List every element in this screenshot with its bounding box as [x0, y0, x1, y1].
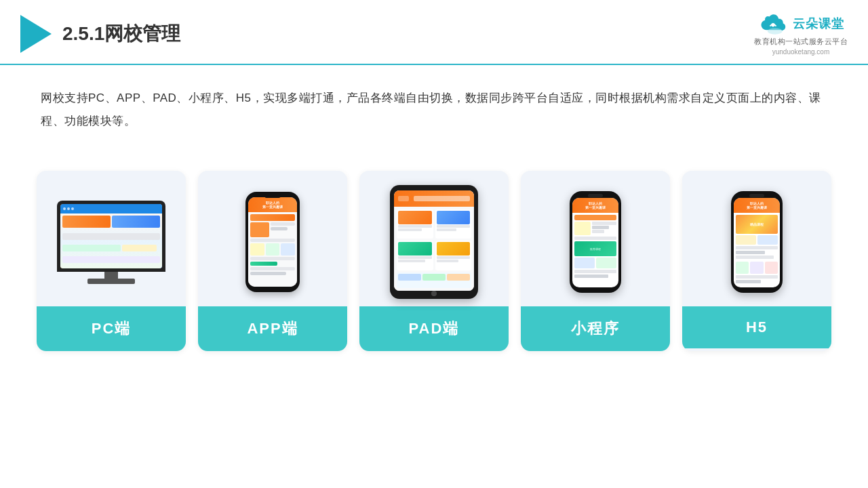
phone-mockup: 职达人的第一堂兴趣课 — [245, 192, 300, 292]
card-pc-image — [37, 171, 186, 306]
card-miniprogram-image: 职达人的第一堂兴趣课 — [521, 171, 670, 306]
phone-notch — [264, 194, 281, 198]
mini-phone-outer2: 职达人的第一堂兴趣课 精品课程 — [731, 191, 783, 293]
page-title: 2.5.1网校管理 — [62, 21, 180, 47]
mini-phone-screen1: 职达人的第一堂兴趣课 — [572, 198, 618, 287]
mini-phone-screen2: 职达人的第一堂兴趣课 精品课程 — [734, 198, 780, 287]
pc-mockup — [57, 201, 165, 284]
description-text: 网校支持PC、APP、PAD、小程序、H5，实现多端打通，产品各终端自由切换，数… — [0, 65, 868, 144]
card-pc-label: PC端 — [37, 306, 186, 351]
logo-url: yunduoketang.com — [772, 48, 830, 56]
header-left: 2.5.1网校管理 — [20, 15, 180, 53]
card-pad-label: PAD端 — [359, 306, 509, 351]
card-h5-image: 职达人的第一堂兴趣课 精品课程 — [682, 171, 831, 306]
card-h5: 职达人的第一堂兴趣课 精品课程 — [682, 171, 831, 351]
card-h5-label: H5 — [682, 306, 831, 348]
card-app: 职达人的第一堂兴趣课 — [198, 171, 347, 351]
card-app-label: APP端 — [198, 306, 347, 351]
card-pad-image — [359, 171, 509, 306]
header-right: 云朵课堂 教育机构一站式服务云平台 yunduoketang.com — [754, 12, 848, 56]
description-content: 网校支持PC、APP、PAD、小程序、H5，实现多端打通，产品各终端自由切换，数… — [41, 92, 821, 127]
phone-outer: 职达人的第一堂兴趣课 — [245, 192, 300, 292]
card-miniprogram-label: 小程序 — [521, 306, 670, 351]
logo-triangle-icon — [20, 15, 52, 53]
mini-phone-mockup1: 职达人的第一堂兴趣课 — [570, 191, 621, 293]
tablet-outer — [390, 185, 478, 299]
logo-brand-text: 云朵课堂 — [793, 16, 844, 32]
svg-point-0 — [768, 28, 783, 34]
cloud-logo: 云朵课堂 — [757, 12, 844, 35]
mini-phone-mockup2: 职达人的第一堂兴趣课 精品课程 — [731, 191, 783, 293]
tablet-home-button — [431, 291, 437, 296]
card-pc: PC端 — [37, 171, 186, 351]
phone-screen: 职达人的第一堂兴趣课 — [248, 197, 297, 287]
svg-point-1 — [771, 23, 775, 27]
tablet-screen — [394, 190, 474, 291]
cards-container: PC端 职达人的第一堂兴趣课 — [0, 150, 868, 371]
mini-phone-notch2 — [749, 194, 764, 197]
card-miniprogram: 职达人的第一堂兴趣课 — [521, 171, 670, 351]
card-pad: PAD端 — [359, 171, 509, 351]
mini-phone-notch1 — [588, 194, 603, 197]
header: 2.5.1网校管理 云朵课堂 教育机构一站式服务云平台 yunduoketang… — [0, 0, 868, 65]
mini-phone-outer1: 职达人的第一堂兴趣课 — [570, 191, 621, 293]
cloud-icon — [757, 12, 789, 35]
card-app-image: 职达人的第一堂兴趣课 — [198, 171, 347, 306]
logo-subtitle: 教育机构一站式服务云平台 — [754, 37, 848, 47]
pc-screen — [57, 201, 165, 272]
tablet-mockup — [390, 185, 478, 299]
